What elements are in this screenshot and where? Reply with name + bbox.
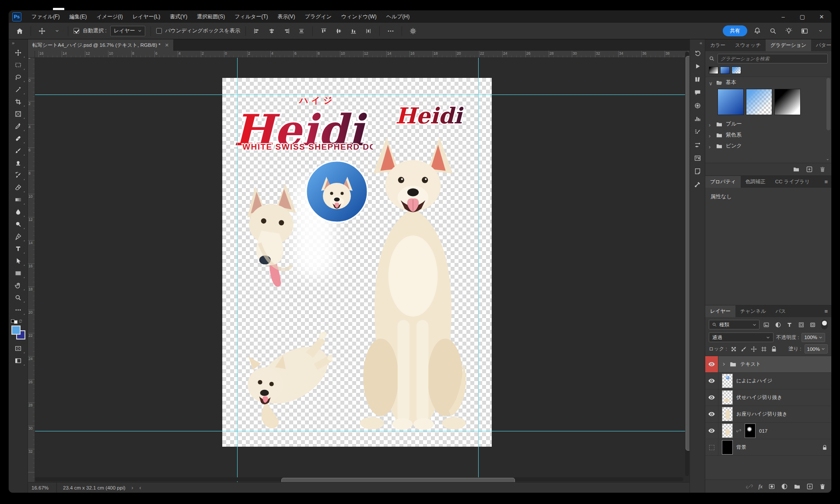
align-left-icon[interactable] xyxy=(251,25,262,37)
blur-tool[interactable] xyxy=(11,206,26,218)
layer-row[interactable]: 伏せハイジ切り抜き xyxy=(705,389,831,406)
comments-icon[interactable] xyxy=(691,87,704,98)
pen-tool[interactable] xyxy=(11,230,26,242)
layer-thumbnail[interactable] xyxy=(722,440,733,455)
more-align-options-icon[interactable] xyxy=(385,25,396,37)
filter-adjustment-layers-icon[interactable] xyxy=(773,320,783,329)
guide-horizontal-bottom[interactable] xyxy=(35,431,690,431)
lock-paint-icon[interactable] xyxy=(740,346,747,353)
vertical-scrollbar[interactable] xyxy=(685,52,689,476)
zoom-level-field[interactable]: 16.67% xyxy=(28,483,57,493)
blend-mode-dropdown[interactable]: 通過 xyxy=(709,332,774,342)
tab-cc-libraries[interactable]: CC ライブラリ xyxy=(770,176,815,188)
history-icon[interactable] xyxy=(691,47,704,59)
tab-patterns[interactable]: パターン xyxy=(811,39,831,51)
rectangle-tool[interactable] xyxy=(11,267,26,279)
default-colors-swap[interactable] xyxy=(11,318,23,324)
tab-properties[interactable]: プロパティ xyxy=(705,176,741,188)
layer-thumbnail[interactable] xyxy=(722,424,733,438)
histogram-icon[interactable] xyxy=(691,113,704,125)
gradient-group-pink[interactable]: › ピンク xyxy=(705,140,831,151)
tab-channels[interactable]: チャンネル xyxy=(735,305,771,317)
hand-tool[interactable] xyxy=(11,279,26,291)
menu-item[interactable]: フィルター(T) xyxy=(231,12,272,22)
home-icon[interactable] xyxy=(14,25,25,37)
gradient-search-input[interactable] xyxy=(718,54,828,63)
layer-mask-thumbnail[interactable] xyxy=(745,424,756,438)
align-right-icon[interactable] xyxy=(281,25,292,37)
eraser-tool[interactable] xyxy=(11,181,26,193)
menu-item[interactable]: 選択範囲(S) xyxy=(193,12,229,22)
menu-item[interactable]: 編集(E) xyxy=(65,12,91,22)
gradient-chip-blue[interactable] xyxy=(720,66,730,74)
new-gradient-icon[interactable] xyxy=(806,166,813,173)
horizontal-scrollbar[interactable] xyxy=(35,477,683,481)
layer-row[interactable]: お座りハイジ切り抜き xyxy=(705,406,831,423)
opacity-field[interactable]: 100% xyxy=(802,333,825,342)
scroll-more-icon[interactable]: ⌄ xyxy=(826,156,830,161)
frame-tool[interactable] xyxy=(11,108,26,120)
delete-icon[interactable] xyxy=(819,166,826,173)
move-tool-icon[interactable] xyxy=(36,25,48,37)
status-next-icon[interactable]: › xyxy=(132,485,133,491)
brush-tool[interactable] xyxy=(11,144,26,157)
tab-swatches[interactable]: スウォッチ xyxy=(730,39,766,51)
layer-row[interactable]: によによハイジ xyxy=(705,373,831,389)
vertical-scrollbar-thumb[interactable] xyxy=(686,56,690,451)
new-layer-icon[interactable] xyxy=(806,483,813,490)
panel-menu-icon[interactable]: ≡ xyxy=(821,305,831,317)
group-expand-icon[interactable] xyxy=(722,362,726,366)
panel-menu-icon[interactable]: ≡ xyxy=(821,176,831,188)
search-icon[interactable] xyxy=(767,25,779,37)
visibility-eye-icon[interactable] xyxy=(705,406,718,422)
layer-styles-fx-icon[interactable]: fx xyxy=(759,483,763,490)
notifications-bell-icon[interactable] xyxy=(752,25,763,37)
screen-mode-button[interactable] xyxy=(11,354,26,367)
canvas-viewport[interactable]: Heidi ハイジ WHITE SWISS SHEPHERD DOG xyxy=(35,58,690,482)
visibility-eye-icon[interactable] xyxy=(705,373,718,389)
layer-row-masked[interactable]: 017 xyxy=(705,423,831,439)
mask-link-icon[interactable] xyxy=(736,428,741,434)
object-selection-tool[interactable] xyxy=(11,83,26,95)
align-middle-icon[interactable] xyxy=(333,25,344,37)
brush-mixer-icon[interactable] xyxy=(691,139,704,151)
healing-brush-tool[interactable] xyxy=(11,132,26,144)
menu-item[interactable]: ファイル(F) xyxy=(28,12,63,22)
menu-item[interactable]: ウィンドウ(W) xyxy=(337,12,381,22)
filter-shape-layers-icon[interactable] xyxy=(796,320,806,329)
zoom-tool[interactable] xyxy=(11,291,26,304)
eyedropper-tool[interactable] xyxy=(11,120,26,132)
adjustment-layer-icon[interactable] xyxy=(781,483,788,490)
distribute-v-icon[interactable] xyxy=(363,25,374,37)
menu-item[interactable]: 表示(V) xyxy=(274,12,299,22)
guide-vertical-left[interactable] xyxy=(237,58,238,482)
bbox-checkbox[interactable] xyxy=(156,28,162,34)
gradient-chip-blue-transparent[interactable] xyxy=(732,66,741,74)
lock-all-icon[interactable] xyxy=(770,346,777,353)
tab-layers[interactable]: レイヤー xyxy=(705,305,735,317)
path-selection-tool[interactable] xyxy=(11,255,26,267)
tab-adjustments[interactable]: 色調補正 xyxy=(741,176,770,188)
tab-color[interactable]: カラー xyxy=(705,39,730,51)
guide-vertical-right[interactable] xyxy=(478,58,479,482)
swap-colors-icon[interactable] xyxy=(18,319,23,323)
menu-item[interactable]: レイヤー(L) xyxy=(129,12,164,22)
add-mask-icon[interactable] xyxy=(768,483,775,490)
filter-pixel-layers-icon[interactable] xyxy=(762,320,771,329)
artboard[interactable]: Heidi ハイジ WHITE SWISS SHEPHERD DOG xyxy=(222,78,492,447)
lasso-tool[interactable] xyxy=(11,71,26,83)
fill-field[interactable]: 100% xyxy=(805,344,828,354)
type-tool[interactable] xyxy=(11,242,26,255)
foreground-color-swatch[interactable] xyxy=(11,326,21,335)
share-button[interactable]: 共有 xyxy=(723,25,747,36)
gradient-tile-blue-transparent[interactable] xyxy=(746,89,772,115)
lock-position-icon[interactable] xyxy=(750,346,757,353)
tool-preset-chevron-icon[interactable] xyxy=(51,25,63,37)
lock-transparency-icon[interactable] xyxy=(730,346,737,353)
tab-paths[interactable]: パス xyxy=(771,305,791,317)
gradient-group-purple[interactable]: › 紫色系 xyxy=(705,130,831,140)
tab-close-icon[interactable]: ✕ xyxy=(165,42,169,48)
dodge-tool[interactable] xyxy=(11,218,26,230)
navigator-wheel-icon[interactable] xyxy=(691,100,704,112)
layer-thumbnail[interactable] xyxy=(722,407,733,421)
